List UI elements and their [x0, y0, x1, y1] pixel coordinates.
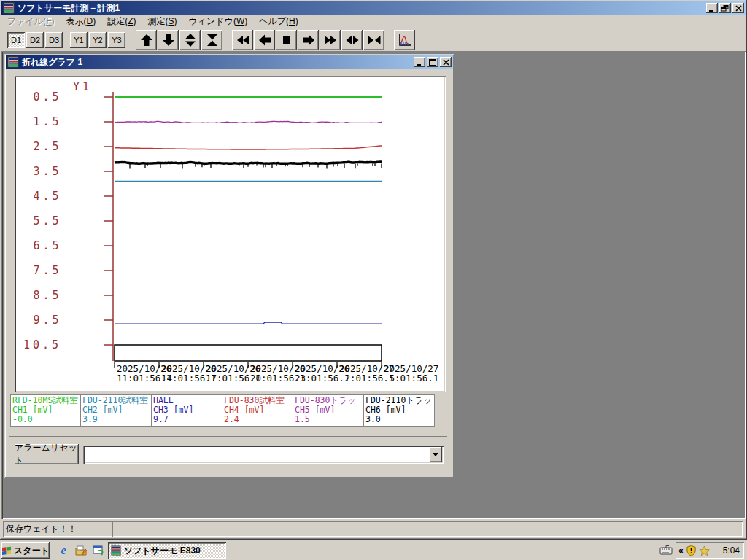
step-back-icon [258, 33, 272, 47]
channel-legend: RFD-10MS試料室CH1 [mV]-0.0FDU-2110試料室CH2 [m… [10, 394, 436, 427]
svg-text:7.5: 7.5 [34, 264, 62, 277]
compress-vertical-icon [205, 33, 220, 47]
toolbar-button-y2[interactable]: Y2 [89, 32, 107, 48]
jump-end-button[interactable] [320, 30, 341, 50]
windows-logo-icon [1, 546, 12, 556]
compress-vertical-button[interactable] [201, 30, 222, 50]
legend-current-value: 9.7 [153, 415, 220, 424]
outlook-express-icon[interactable] [92, 544, 105, 557]
legend-current-value: 1.5 [295, 415, 362, 424]
expand-vertical-icon [183, 33, 198, 47]
move-down-button[interactable] [158, 30, 179, 50]
graph-maximize-button[interactable] [427, 57, 438, 67]
legend-cell-ch1: RFD-10MS試料室CH1 [mV]-0.0 [10, 394, 81, 427]
svg-text:1.5: 1.5 [34, 115, 62, 128]
app-icon [111, 545, 121, 556]
alarm-combobox[interactable] [83, 446, 444, 464]
svg-text:2:01:56.1: 2:01:56.1 [345, 373, 395, 384]
main-window: ソフトサーモ計測－計測1 ファイル(F)表示(D)設定(Z)測定(S)ウィンドウ… [0, 0, 747, 540]
step-forward-button[interactable] [298, 30, 319, 50]
graph-window-icon [7, 56, 19, 68]
graph-window: 折れ線グラフ 1 Y10.51.52.53.54.55.56.57.58.59.… [4, 54, 454, 478]
legend-current-value: 2.4 [224, 415, 291, 424]
alarm-panel: アラームリセット [9, 436, 447, 473]
expand-horizontal-button[interactable] [341, 30, 363, 50]
system-tray: « 5:04 [676, 542, 744, 559]
alarm-combobox-value [86, 448, 427, 460]
taskbar-app-label: ソフトサーモ E830 [124, 545, 201, 557]
menu-item-4[interactable]: ウィンドウ(W) [183, 14, 254, 29]
close-button[interactable] [732, 3, 744, 13]
menu-item-5[interactable]: ヘルプ(H) [253, 14, 304, 29]
status-message-panel: 保存ウェイト！！ [3, 521, 115, 537]
compress-horizontal-icon [367, 33, 382, 47]
toolbar-button-y3[interactable]: Y3 [108, 32, 125, 48]
svg-text:23:01:56.1: 23:01:56.1 [295, 373, 349, 384]
tray-chevron[interactable]: « [678, 545, 684, 556]
graph-display-icon [398, 33, 412, 47]
menu-item-1[interactable]: 表示(D) [60, 14, 101, 29]
internet-explorer-icon[interactable]: e [57, 544, 70, 557]
status-message: 保存ウェイト！！ [6, 523, 77, 535]
star-tray-icon[interactable] [699, 545, 710, 556]
graph-close-button[interactable] [440, 57, 452, 67]
legend-current-value: 3.9 [82, 415, 150, 424]
svg-text:8.5: 8.5 [34, 289, 62, 302]
toolbar: D1D2D3Y1Y2Y3 [1, 28, 746, 52]
combobox-dropdown-button[interactable] [430, 447, 442, 462]
graph-display-button[interactable] [394, 30, 415, 50]
legend-current-value: 3.0 [365, 415, 433, 424]
minimize-button[interactable] [706, 3, 718, 13]
legend-current-value: -0.0 [12, 415, 79, 424]
svg-text:6.5: 6.5 [34, 239, 62, 252]
svg-text:0.5: 0.5 [34, 90, 62, 104]
svg-text:3.5: 3.5 [34, 165, 62, 178]
desktop: ソフトサーモ計測－計測1 ファイル(F)表示(D)設定(Z)測定(S)ウィンドウ… [0, 0, 747, 560]
chevron-down-icon [433, 453, 439, 457]
stop-button[interactable] [276, 30, 297, 50]
toolbar-button-d3[interactable]: D3 [45, 32, 63, 48]
legend-cell-ch5: FDU-830トラッCH5 [mV]1.5 [293, 394, 364, 427]
toolbar-button-d2[interactable]: D2 [26, 32, 44, 48]
jump-start-icon [236, 33, 250, 47]
step-back-button[interactable] [254, 30, 275, 50]
move-up-icon [139, 33, 154, 47]
move-up-button[interactable] [136, 30, 157, 50]
graph-window-titlebar[interactable]: 折れ線グラフ 1 [6, 55, 453, 69]
svg-text:4.5: 4.5 [34, 190, 62, 203]
status-bar: 保存ウェイト！！ [1, 519, 746, 538]
start-label: スタート [14, 545, 50, 557]
main-titlebar[interactable]: ソフトサーモ計測－計測1 [1, 1, 746, 15]
start-button[interactable]: スタート [1, 542, 50, 559]
jump-start-button[interactable] [232, 30, 253, 50]
toolbar-button-y1[interactable]: Y1 [70, 32, 88, 48]
taskbar-clock: 5:04 [723, 545, 740, 556]
taskbar-app-button[interactable]: ソフトサーモ E830 [108, 542, 226, 559]
expand-vertical-button[interactable] [179, 30, 201, 50]
legend-cell-ch3: HALLCH3 [mV]9.7 [152, 394, 222, 427]
menubar: ファイル(F)表示(D)設定(Z)測定(S)ウィンドウ(W)ヘルプ(H) [1, 15, 746, 28]
toolbar-button-d1[interactable]: D1 [7, 32, 25, 48]
expand-horizontal-icon [345, 33, 360, 47]
line-chart: Y10.51.52.53.54.55.56.57.58.59.510.52025… [16, 77, 443, 386]
main-window-title: ソフトサーモ計測－計測1 [18, 2, 705, 15]
security-shield-icon[interactable] [686, 545, 697, 556]
status-empty-panel [112, 521, 743, 537]
app-icon [3, 2, 15, 14]
keyboard-ime-icon[interactable] [659, 544, 673, 556]
svg-text:Y1: Y1 [73, 80, 92, 93]
menu-item-3[interactable]: 測定(S) [142, 14, 182, 29]
menu-item-0: ファイル(F) [1, 14, 60, 29]
legend-cell-ch6: FDU-2110トラッCH6 [mV]3.0 [364, 394, 435, 427]
show-desktop-icon[interactable] [74, 544, 88, 557]
graph-minimize-button[interactable] [414, 57, 425, 67]
jump-end-icon [323, 33, 338, 47]
svg-text:5:01:56.1: 5:01:56.1 [390, 373, 439, 384]
menu-item-2[interactable]: 設定(Z) [101, 14, 142, 29]
alarm-reset-button[interactable]: アラームリセット [15, 444, 79, 464]
svg-text:9.5: 9.5 [34, 314, 62, 327]
restore-button[interactable] [719, 3, 731, 13]
step-forward-icon [301, 33, 316, 47]
compress-horizontal-button[interactable] [363, 30, 384, 50]
mdi-client-area: 折れ線グラフ 1 Y10.51.52.53.54.55.56.57.58.59.… [1, 51, 746, 519]
